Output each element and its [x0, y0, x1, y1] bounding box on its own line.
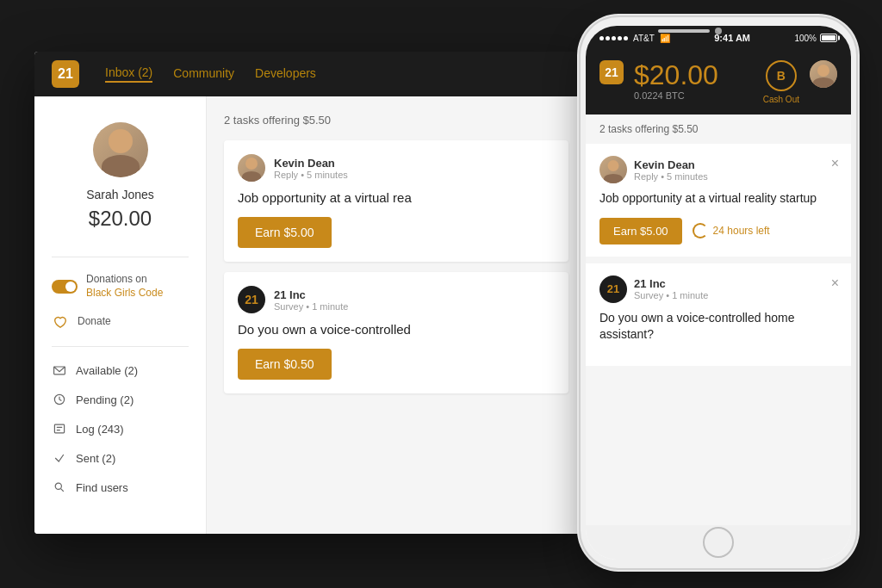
nav-inbox[interactable]: Inbox (2)	[105, 65, 152, 83]
phone-app-header: 21 $20.00 0.0224 BTC B Cash Out	[586, 50, 851, 115]
phone-task-sender-2: 21 21 Inc Survey • 1 minute	[599, 275, 837, 303]
phone-logo: 21	[599, 60, 624, 84]
app-header: 21 Inbox (2) Community Developers	[34, 52, 586, 96]
phone-avatar	[810, 60, 837, 88]
sender-name-2: 21 Inc	[274, 288, 555, 301]
phone-status-bar: AT&T 📶 9:41 AM 100%	[586, 26, 851, 50]
clock-icon	[52, 392, 67, 407]
time-left-1: 24 hours left	[693, 223, 770, 238]
sender-info-1: Kevin Dean Reply • 5 minutes	[274, 157, 555, 180]
app-logo: 21	[52, 60, 79, 88]
menu-log-label: Log (243)	[76, 423, 124, 436]
phone-sender-name-1: Kevin Dean	[634, 158, 708, 171]
battery-percent: 100%	[794, 34, 817, 43]
task-sender-1: Kevin Dean Reply • 5 minutes	[238, 154, 555, 182]
sidebar: Sarah Jones $20.00 Donations on Black Gi…	[34, 96, 207, 534]
task-card-1: Kevin Dean Reply • 5 minutes Job opportu…	[224, 140, 568, 262]
donate-button[interactable]: Donate	[52, 306, 189, 337]
phone-task-sender-1: Kevin Dean Reply • 5 minutes	[599, 156, 837, 183]
phone-tasks-header: 2 tasks offering $5.50	[586, 115, 851, 144]
phone-task-actions-1: Earn $5.00 24 hours left	[599, 218, 837, 244]
task-sender-2: 21 21 Inc Survey • 1 minute	[238, 286, 555, 313]
nav-community[interactable]: Community	[173, 66, 234, 82]
donate-label: Donate	[78, 315, 111, 329]
list-icon	[52, 421, 67, 436]
phone-sender-info-2: 21 Inc Survey • 1 minute	[634, 277, 708, 300]
phone-task-title-2: Do you own a voice-controlled home assis…	[599, 310, 837, 344]
phone-balance-section: $20.00 0.0224 BTC	[624, 60, 763, 101]
donations-toggle[interactable]: Donations on Black Girls Code	[52, 266, 189, 306]
phone-container: AT&T 📶 9:41 AM 100% 21 $20.00 0.0224 BTC	[581, 17, 856, 568]
app-body: Sarah Jones $20.00 Donations on Black Gi…	[34, 96, 586, 534]
phone-sender-logo-2: 21	[599, 275, 627, 303]
phone-sender-name-2: 21 Inc	[634, 277, 708, 290]
search-icon	[52, 480, 67, 495]
phone-sender-meta-2: Survey • 1 minute	[634, 290, 708, 300]
nav-developers[interactable]: Developers	[255, 66, 316, 82]
home-button[interactable]	[703, 527, 734, 558]
status-right: 100%	[794, 34, 837, 43]
phone-task-card-1: Kevin Dean Reply • 5 minutes × Job oppor…	[586, 144, 851, 257]
close-btn-1[interactable]: ×	[831, 156, 839, 171]
close-btn-2[interactable]: ×	[831, 275, 839, 291]
desktop-app: 21 Inbox (2) Community Developers Sarah …	[34, 52, 586, 534]
menu-find-users-label: Find users	[76, 481, 128, 494]
cashout-label: Cash Out	[763, 95, 799, 104]
earn-btn-2[interactable]: Earn $0.50	[238, 349, 332, 380]
sender-meta-2: Survey • 1 minute	[274, 301, 555, 312]
send-icon	[52, 450, 67, 466]
heart-icon	[52, 313, 69, 331]
status-left: AT&T 📶	[599, 34, 670, 43]
task-card-2: 21 21 Inc Survey • 1 minute Do you own a…	[224, 272, 568, 393]
phone-screen: AT&T 📶 9:41 AM 100% 21 $20.00 0.0224 BTC	[586, 26, 851, 560]
cashout-icon: B	[766, 60, 797, 91]
phone-home-indicator	[586, 525, 851, 560]
sender-info-2: 21 Inc Survey • 1 minute	[274, 288, 555, 312]
phone-frame: AT&T 📶 9:41 AM 100% 21 $20.00 0.0224 BTC	[581, 17, 856, 568]
phone-btc: 0.0224 BTC	[634, 90, 753, 101]
sender-name-1: Kevin Dean	[274, 157, 555, 170]
carrier: AT&T	[633, 34, 655, 43]
toggle-icon[interactable]	[52, 280, 78, 294]
svg-rect-2	[54, 424, 64, 433]
donations-label: Donations on Black Girls Code	[86, 273, 163, 300]
time-circle-icon	[693, 223, 708, 238]
sender-logo-2: 21	[238, 286, 265, 313]
phone-balance: $20.00	[634, 60, 753, 90]
task-title-1: Job opportunity at a virtual rea	[238, 189, 555, 207]
menu-log[interactable]: Log (243)	[52, 414, 189, 443]
main-content: 2 tasks offering $5.50 Kevin Dean Reply …	[207, 96, 586, 534]
divider-2	[52, 346, 189, 347]
app-nav: Inbox (2) Community Developers	[105, 65, 568, 83]
menu-available-label: Available (2)	[76, 364, 138, 377]
menu-pending[interactable]: Pending (2)	[52, 385, 189, 414]
phone-sender-avatar-1	[599, 156, 627, 183]
menu-sent[interactable]: Sent (2)	[52, 443, 189, 473]
menu-pending-label: Pending (2)	[76, 393, 134, 406]
menu-available[interactable]: Available (2)	[52, 356, 189, 385]
tasks-header: 2 tasks offering $5.50	[224, 114, 568, 127]
menu-find-users[interactable]: Find users	[52, 473, 189, 502]
phone-task-title-1: Job opportunity at a virtual reality sta…	[599, 190, 837, 207]
sender-avatar-1	[238, 154, 265, 182]
phone-sender-meta-1: Reply • 5 minutes	[634, 171, 708, 182]
phone-cashout[interactable]: B Cash Out	[763, 60, 799, 104]
time-left-label: 24 hours left	[713, 225, 770, 237]
phone-sender-info-1: Kevin Dean Reply • 5 minutes	[634, 158, 708, 182]
phone-content: 2 tasks offering $5.50 Kevin Dean Reply …	[586, 115, 851, 525]
user-name: Sarah Jones	[52, 188, 189, 201]
status-time: 9:41 AM	[714, 33, 750, 43]
envelope-icon	[52, 362, 67, 378]
sender-meta-1: Reply • 5 minutes	[274, 170, 555, 180]
menu-sent-label: Sent (2)	[76, 452, 115, 465]
phone-earn-btn-1[interactable]: Earn $5.00	[599, 218, 682, 244]
task-title-2: Do you own a voice-controlled	[238, 320, 555, 338]
divider	[52, 257, 189, 257]
avatar	[93, 122, 148, 177]
earn-btn-1[interactable]: Earn $5.00	[238, 217, 332, 248]
phone-task-card-2: 21 21 Inc Survey • 1 minute × Do you own…	[586, 263, 851, 366]
svg-point-3	[55, 483, 61, 489]
user-balance: $20.00	[52, 207, 189, 231]
